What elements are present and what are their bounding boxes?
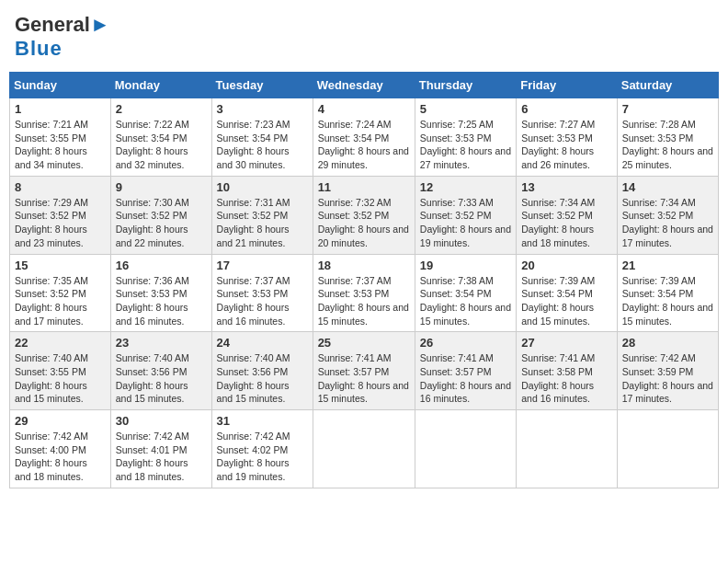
day-number: 16 [116,259,207,272]
sunrise-text: Sunrise: 7:41 AM [420,352,494,363]
sunset-text: Sunset: 3:54 PM [521,288,593,299]
calendar-cell: 17 Sunrise: 7:37 AM Sunset: 3:53 PM Dayl… [211,254,313,332]
logo: General► Blue [15,13,110,61]
day-of-week-header: Sunday [10,73,111,98]
day-info: Sunrise: 7:41 AM Sunset: 3:57 PM Dayligh… [318,351,410,406]
daylight-text: Daylight: 8 hours and 16 minutes. [521,380,594,405]
calendar-cell: 13 Sunrise: 7:34 AM Sunset: 3:52 PM Dayl… [517,176,618,254]
day-info: Sunrise: 7:39 AM Sunset: 3:54 PM Dayligh… [622,274,713,328]
day-of-week-header: Thursday [415,73,516,98]
calendar-week-row: 15 Sunrise: 7:35 AM Sunset: 3:52 PM Dayl… [10,254,719,332]
sunrise-text: Sunrise: 7:25 AM [420,119,494,130]
sunset-text: Sunset: 3:52 PM [217,210,289,221]
daylight-text: Daylight: 8 hours and 18 minutes. [116,457,188,482]
sunrise-text: Sunrise: 7:42 AM [15,431,88,442]
day-of-week-header: Friday [517,73,618,98]
daylight-text: Daylight: 8 hours and 20 minutes. [318,224,409,248]
calendar-cell: 7 Sunrise: 7:28 AM Sunset: 3:53 PM Dayli… [617,98,718,177]
sunset-text: Sunset: 3:53 PM [217,288,289,299]
day-info: Sunrise: 7:29 AM Sunset: 3:52 PM Dayligh… [15,196,106,250]
calendar-body: 1 Sunrise: 7:21 AM Sunset: 3:55 PM Dayli… [10,98,719,488]
sunrise-text: Sunrise: 7:21 AM [15,119,88,130]
day-number: 1 [15,102,106,116]
day-number: 11 [318,180,410,194]
daylight-text: Daylight: 8 hours and 26 minutes. [521,145,594,170]
day-number: 13 [521,180,612,194]
logo-text: General► [15,13,110,37]
sunrise-text: Sunrise: 7:35 AM [15,275,88,286]
daylight-text: Daylight: 8 hours and 15 minutes. [15,380,87,405]
sunrise-text: Sunrise: 7:36 AM [116,275,189,286]
day-number: 28 [622,336,713,350]
sunset-text: Sunset: 4:00 PM [15,444,86,455]
day-number: 10 [217,180,308,194]
sunrise-text: Sunrise: 7:27 AM [521,119,595,130]
day-info: Sunrise: 7:23 AM Sunset: 3:54 PM Dayligh… [217,118,308,172]
day-number: 2 [116,102,207,116]
day-number: 7 [622,102,713,116]
daylight-text: Daylight: 8 hours and 22 minutes. [116,224,188,248]
calendar-week-row: 8 Sunrise: 7:29 AM Sunset: 3:52 PM Dayli… [10,176,719,254]
day-info: Sunrise: 7:36 AM Sunset: 3:53 PM Dayligh… [116,274,207,328]
day-of-week-header: Tuesday [211,73,313,98]
sunset-text: Sunset: 3:53 PM [521,132,593,144]
day-info: Sunrise: 7:32 AM Sunset: 3:52 PM Dayligh… [318,196,410,250]
sunrise-text: Sunrise: 7:40 AM [116,352,189,363]
day-info: Sunrise: 7:41 AM Sunset: 3:57 PM Dayligh… [420,351,511,406]
day-number: 29 [15,414,106,428]
day-number: 31 [217,414,308,428]
calendar-cell [617,410,718,488]
day-info: Sunrise: 7:22 AM Sunset: 3:54 PM Dayligh… [116,118,207,172]
day-number: 17 [217,259,308,272]
sunrise-text: Sunrise: 7:34 AM [622,197,696,208]
sunrise-text: Sunrise: 7:42 AM [116,431,189,442]
calendar-cell [313,410,415,488]
calendar-week-row: 22 Sunrise: 7:40 AM Sunset: 3:55 PM Dayl… [10,332,719,410]
calendar-cell [415,410,516,488]
calendar-cell: 24 Sunrise: 7:40 AM Sunset: 3:56 PM Dayl… [211,332,313,410]
day-info: Sunrise: 7:37 AM Sunset: 3:53 PM Dayligh… [318,274,410,328]
calendar-week-row: 1 Sunrise: 7:21 AM Sunset: 3:55 PM Dayli… [10,98,719,177]
calendar-cell: 8 Sunrise: 7:29 AM Sunset: 3:52 PM Dayli… [10,176,111,254]
day-number: 24 [217,336,308,350]
sunset-text: Sunset: 3:54 PM [420,288,492,299]
sunset-text: Sunset: 3:53 PM [318,288,390,299]
sunrise-text: Sunrise: 7:40 AM [15,352,88,363]
sunrise-text: Sunrise: 7:33 AM [420,197,494,208]
day-info: Sunrise: 7:28 AM Sunset: 3:53 PM Dayligh… [622,118,713,172]
calendar-cell: 18 Sunrise: 7:37 AM Sunset: 3:53 PM Dayl… [313,254,415,332]
day-info: Sunrise: 7:40 AM Sunset: 3:56 PM Dayligh… [217,351,308,406]
sunrise-text: Sunrise: 7:40 AM [217,352,290,363]
daylight-text: Daylight: 8 hours and 15 minutes. [116,380,188,405]
day-info: Sunrise: 7:25 AM Sunset: 3:53 PM Dayligh… [420,118,511,172]
sunrise-text: Sunrise: 7:34 AM [521,197,595,208]
sunset-text: Sunset: 3:56 PM [116,366,188,377]
day-number: 5 [420,102,511,116]
daylight-text: Daylight: 8 hours and 18 minutes. [521,224,594,248]
sunset-text: Sunset: 3:54 PM [217,132,289,144]
sunset-text: Sunset: 3:56 PM [217,366,289,377]
daylight-text: Daylight: 8 hours and 29 minutes. [318,145,409,170]
calendar-cell: 20 Sunrise: 7:39 AM Sunset: 3:54 PM Dayl… [517,254,618,332]
sunset-text: Sunset: 3:54 PM [318,132,390,144]
calendar-cell: 28 Sunrise: 7:42 AM Sunset: 3:59 PM Dayl… [617,332,718,410]
day-info: Sunrise: 7:42 AM Sunset: 3:59 PM Dayligh… [622,351,713,406]
daylight-text: Daylight: 8 hours and 21 minutes. [217,224,290,248]
daylight-text: Daylight: 8 hours and 23 minutes. [15,224,87,248]
day-number: 26 [420,336,511,350]
daylight-text: Daylight: 8 hours and 16 minutes. [116,302,188,327]
daylight-text: Daylight: 8 hours and 30 minutes. [217,145,290,170]
sunrise-text: Sunrise: 7:41 AM [318,352,392,363]
day-number: 18 [318,259,410,272]
sunset-text: Sunset: 3:57 PM [318,366,390,377]
daylight-text: Daylight: 8 hours and 18 minutes. [15,457,87,482]
day-number: 14 [622,180,713,194]
calendar-cell: 9 Sunrise: 7:30 AM Sunset: 3:52 PM Dayli… [110,176,211,254]
calendar-cell: 31 Sunrise: 7:42 AM Sunset: 4:02 PM Dayl… [211,410,313,488]
day-info: Sunrise: 7:42 AM Sunset: 4:01 PM Dayligh… [116,430,207,484]
calendar-header-row: SundayMondayTuesdayWednesdayThursdayFrid… [10,73,719,98]
daylight-text: Daylight: 8 hours and 17 minutes. [622,224,713,248]
calendar-cell [517,410,618,488]
sunrise-text: Sunrise: 7:42 AM [217,431,290,442]
sunrise-text: Sunrise: 7:41 AM [521,352,595,363]
